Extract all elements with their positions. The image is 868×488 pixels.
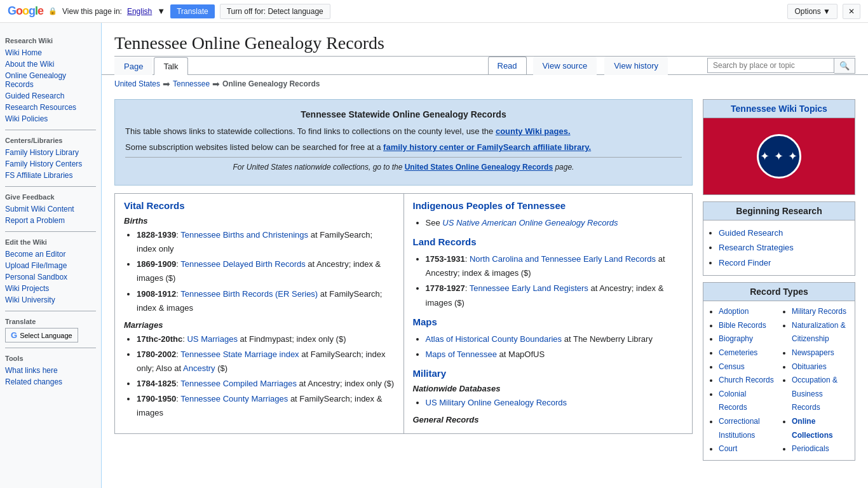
- county-wiki-link[interactable]: county Wiki pages.: [496, 126, 571, 136]
- options-button[interactable]: Options ▼: [787, 4, 837, 19]
- sidebar-item-wiki-policies[interactable]: Wiki Policies: [5, 113, 96, 125]
- sidebar-translate-section: Translate: [5, 318, 96, 325]
- us-military-link[interactable]: US Military Online Genealogy Records: [426, 398, 567, 407]
- record-finder-link[interactable]: Record Finder: [719, 258, 771, 268]
- military-list: US Military Online Genealogy Records: [413, 396, 684, 410]
- occupation-link[interactable]: Occupation & Business Records: [792, 376, 837, 412]
- obituaries-link[interactable]: Obituaries: [792, 362, 827, 371]
- sidebar-item-about[interactable]: About the Wiki: [5, 58, 96, 70]
- close-button[interactable]: ✕: [843, 4, 860, 19]
- tn-delayed-births-link[interactable]: Tennessee Delayed Birth Records: [180, 259, 306, 269]
- court-link[interactable]: Court: [719, 444, 737, 453]
- list-item: Cemeteries: [719, 346, 776, 360]
- list-item: Research Strategies: [719, 240, 850, 255]
- page-header: Tennessee Online Genealogy Records: [102, 23, 868, 57]
- military-records-link[interactable]: Military Records: [792, 307, 846, 316]
- tn-early-land-registers-link[interactable]: Tennessee Early Land Registers: [470, 283, 588, 293]
- sidebar-item-fhc[interactable]: Family History Centers: [5, 158, 96, 170]
- us-native-american-link[interactable]: US Native American Online Genealogy Reco…: [442, 218, 618, 227]
- online-collections-link[interactable]: Online Collections: [792, 417, 833, 440]
- breadcrumb-arrow-2: ➡: [212, 79, 220, 89]
- breadcrumb-current: Online Genealogy Records: [222, 79, 320, 88]
- tab-page[interactable]: Page: [114, 57, 153, 75]
- tn-compiled-marriages-link[interactable]: Tennessee Compiled Marriages: [180, 379, 297, 388]
- tab-talk[interactable]: Talk: [154, 57, 187, 75]
- view-text: View this page in:: [62, 7, 122, 16]
- adoption-link[interactable]: Adoption: [719, 307, 749, 316]
- us-genealogy-link[interactable]: United States Online Genealogy Records: [405, 163, 553, 172]
- census-link[interactable]: Census: [719, 362, 745, 371]
- translate-button[interactable]: Translate: [170, 4, 215, 18]
- sidebar-tools-section: Tools: [5, 355, 96, 362]
- tab-read[interactable]: Read: [488, 57, 527, 74]
- church-records-link[interactable]: Church Records: [719, 376, 774, 384]
- list-item: Colonial Records: [719, 388, 776, 415]
- list-item: See US Native American Online Genealogy …: [426, 216, 684, 230]
- sidebar-item-become-editor[interactable]: Become an Editor: [5, 248, 96, 260]
- guided-research-link[interactable]: Guided Research: [719, 228, 783, 238]
- sidebar-item-report-problem[interactable]: Report a Problem: [5, 215, 96, 226]
- sidebar-item-research-resources[interactable]: Research Resources: [5, 102, 96, 113]
- sidebar-item-fs-affiliate[interactable]: FS Affiliate Libraries: [5, 170, 96, 181]
- sidebar-wiki-section: Research Wiki: [5, 37, 96, 44]
- us-marriages-link[interactable]: US Marriages: [187, 334, 237, 344]
- tab-view-source[interactable]: View source: [533, 57, 597, 75]
- tn-wiki-topics-title: Tennessee Wiki Topics: [703, 100, 855, 118]
- breadcrumb-us[interactable]: United States: [114, 79, 160, 88]
- sidebar-item-fhl[interactable]: Family History Library: [5, 147, 96, 158]
- bible-records-link[interactable]: Bible Records: [719, 321, 766, 330]
- list-item: Newspapers: [792, 346, 850, 360]
- newspapers-link[interactable]: Newspapers: [792, 348, 834, 357]
- marriages-subheader: Marriages: [124, 320, 395, 330]
- beginning-research-box: Beginning Research Guided Research Resea…: [703, 201, 855, 276]
- left-sidebar: Research Wiki Wiki Home About the Wiki O…: [0, 23, 102, 488]
- sidebar-item-what-links[interactable]: What links here: [5, 365, 96, 376]
- sidebar-item-wiki-home[interactable]: Wiki Home: [5, 47, 96, 58]
- list-item: 1778-1927: Tennessee Early Land Register…: [426, 281, 684, 309]
- tab-view-history[interactable]: View history: [604, 57, 668, 75]
- tn-birth-records-er-link[interactable]: Tennessee Birth Records (ER Series): [180, 289, 318, 299]
- naturalization-link[interactable]: Naturalization & Citizenship: [792, 321, 846, 344]
- nc-tn-land-records-link[interactable]: North Carolina and Tennessee Early Land …: [470, 254, 656, 264]
- sidebar-item-personal-sandbox[interactable]: Personal Sandbox: [5, 271, 96, 283]
- sidebar-item-wiki-university[interactable]: Wiki University: [5, 294, 96, 306]
- biography-link[interactable]: Biography: [719, 334, 753, 343]
- language-link[interactable]: English: [127, 7, 152, 16]
- record-types-col1: Adoption Bible Records Biography Cemeter…: [709, 305, 776, 456]
- periodicals-link[interactable]: Periodicals: [792, 444, 829, 453]
- sidebar-item-online-records[interactable]: Online Genealogy Records: [5, 70, 96, 90]
- maps-tn-link[interactable]: Maps of Tennessee: [426, 349, 498, 359]
- cemeteries-link[interactable]: Cemeteries: [719, 348, 757, 357]
- select-language-button[interactable]: G Select Language: [5, 328, 78, 342]
- ancestry-link[interactable]: Ancestry: [183, 363, 215, 373]
- search-input[interactable]: [707, 58, 834, 73]
- tn-state-marriage-link[interactable]: Tennessee State Marriage index: [180, 349, 299, 359]
- colonial-records-link[interactable]: Colonial Records: [719, 390, 747, 412]
- infobox-text2: Some subscription websites listed below …: [125, 141, 682, 154]
- page-tabs: Page Talk Read View source View history …: [102, 57, 868, 75]
- sidebar-feedback-section: Give Feedback: [5, 193, 96, 201]
- turnoff-button[interactable]: Turn off for: Detect language: [220, 4, 330, 19]
- list-item: Occupation & Business Records: [792, 374, 850, 415]
- sidebar-item-submit-wiki[interactable]: Submit Wiki Content: [5, 203, 96, 215]
- sidebar-item-upload-file[interactable]: Upload File/Image: [5, 260, 96, 271]
- tn-births-link[interactable]: Tennessee Births and Christenings: [180, 230, 308, 240]
- indigenous-land-column: Indigenous Peoples of Tennessee See US N…: [403, 194, 693, 434]
- infobox-title: Tennessee Statewide Online Genealogy Rec…: [125, 107, 682, 121]
- lang-dropdown-icon: ▼: [157, 6, 165, 16]
- atlas-link[interactable]: Atlas of Historical County Boundaries: [426, 334, 562, 344]
- tn-county-marriages-link[interactable]: Tennessee County Marriages: [180, 394, 288, 403]
- sidebar-item-guided-research[interactable]: Guided Research: [5, 90, 96, 102]
- list-item: Naturalization & Citizenship: [792, 319, 850, 346]
- research-strategies-link[interactable]: Research Strategies: [719, 243, 794, 252]
- search-button[interactable]: 🔍: [834, 58, 855, 74]
- breadcrumb-tn[interactable]: Tennessee: [173, 79, 210, 88]
- list-item: Adoption: [719, 305, 776, 319]
- right-sidebar: Tennessee Wiki Topics ✦ ✦ ✦ Beginning Re…: [703, 99, 855, 461]
- family-history-link[interactable]: family history center or FamilySearch af…: [383, 142, 591, 152]
- search-bar: Read View source View history 🔍: [488, 57, 856, 74]
- sidebar-item-related-changes[interactable]: Related changes: [5, 376, 96, 388]
- sidebar-item-wiki-projects[interactable]: Wiki Projects: [5, 283, 96, 294]
- tn-stars: ✦ ✦ ✦: [760, 149, 798, 163]
- correctional-institutions-link[interactable]: Correctional Institutions: [719, 417, 760, 440]
